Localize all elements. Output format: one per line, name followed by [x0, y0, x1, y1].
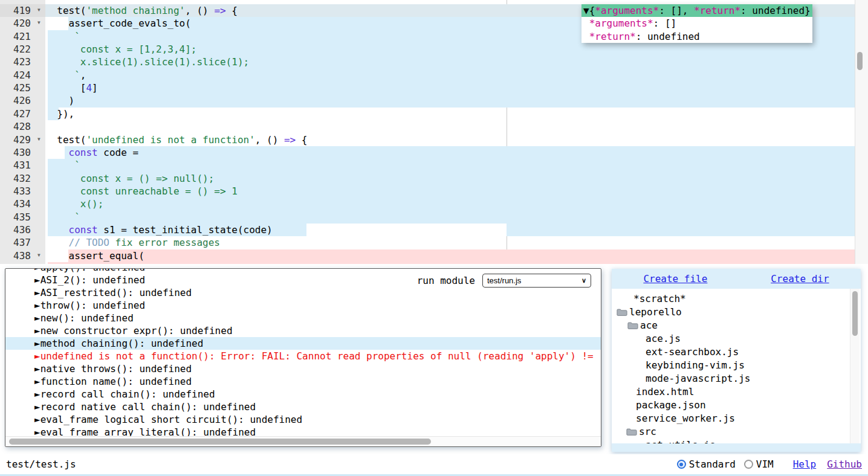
- line-number: 425: [0, 82, 45, 94]
- fold-arrow-icon[interactable]: ▾: [37, 16, 41, 29]
- console-panel[interactable]: ►apply(): undefined►ASI_2(): undefined►A…: [5, 268, 601, 447]
- console-log-item[interactable]: ►throw(): undefined: [5, 299, 601, 312]
- run-module-control: run module test/run.js ∨: [417, 274, 591, 288]
- console-hscrollbar-track[interactable]: [5, 436, 601, 446]
- code-line[interactable]: assert_equal(: [45, 249, 144, 262]
- line-number-gutter: 419▾420▾421422423424425426427428429▾4304…: [0, 0, 45, 264]
- file-tree-file[interactable]: ace.js: [612, 332, 861, 346]
- console-log-item[interactable]: ►new(): undefined: [5, 312, 601, 324]
- tooltip-row[interactable]: ▼{*arguments*: [], *return*: undefined}: [581, 4, 812, 17]
- code-line[interactable]: `,: [45, 69, 86, 82]
- file-tree-label: src: [639, 425, 656, 439]
- create-file-link[interactable]: Create file: [643, 272, 707, 286]
- code-line[interactable]: x.slice(1).slice(1).slice(1);: [45, 56, 249, 68]
- line-number: 419▾: [0, 4, 45, 17]
- file-tree-file[interactable]: ast_utils.js: [612, 439, 861, 443]
- code-line[interactable]: x();: [45, 198, 103, 210]
- line-number: 431: [0, 159, 45, 172]
- folder-icon: [627, 321, 638, 330]
- value-inspector-tooltip[interactable]: ▼{*arguments*: [], *return*: undefined} …: [581, 4, 812, 43]
- file-tree-file[interactable]: keybinding-vim.js: [612, 359, 861, 372]
- code-line[interactable]: [4]: [45, 82, 98, 94]
- editor-scrollbar-thumb[interactable]: [857, 52, 863, 70]
- console-log-item[interactable]: ►native throws(): undefined: [5, 362, 601, 375]
- console-log-item[interactable]: ►function name(): undefined: [5, 375, 601, 388]
- code-line[interactable]: s1.calltree_node_f(...): [45, 262, 214, 264]
- console-log-item[interactable]: ►method chaining(): undefined: [5, 337, 601, 350]
- editor-scrollbar-track[interactable]: [855, 0, 868, 264]
- line-number: 436: [0, 224, 45, 236]
- line-highlight: [48, 159, 855, 172]
- file-tree-label: index.html: [636, 385, 694, 399]
- code-line[interactable]: assert_code_evals_to(: [45, 17, 191, 30]
- code-line[interactable]: }),: [45, 108, 74, 120]
- line-number: 421: [0, 30, 45, 43]
- code-editor[interactable]: 419▾420▾421422423424425426427428429▾4304…: [0, 0, 868, 264]
- keybinding-option-standard[interactable]: Standard: [677, 458, 736, 470]
- file-tree-folder[interactable]: src: [612, 425, 861, 439]
- code-line[interactable]: test('undefined is not a function', () =…: [45, 133, 308, 146]
- keybinding-mode-radios: StandardVIM: [677, 458, 782, 470]
- fold-arrow-icon[interactable]: ▾: [37, 4, 41, 16]
- file-tree-label: mode-javascript.js: [646, 372, 750, 385]
- file-tree-file[interactable]: *scratch*: [612, 292, 861, 306]
- file-tree-label: ace.js: [646, 332, 681, 346]
- line-highlight: [48, 82, 855, 94]
- create-dir-link[interactable]: Create dir: [771, 272, 829, 286]
- help-link[interactable]: Help: [793, 458, 817, 470]
- fold-arrow-icon[interactable]: ▾: [37, 133, 41, 146]
- chevron-down-icon: ∨: [581, 277, 586, 285]
- file-tree-file[interactable]: index.html: [612, 385, 861, 399]
- console-hscrollbar-thumb[interactable]: [9, 439, 431, 445]
- file-tree-folder[interactable]: ace: [612, 319, 861, 332]
- code-line[interactable]: const x = () => null();: [45, 172, 214, 185]
- code-line[interactable]: `: [45, 211, 80, 224]
- code-line[interactable]: `: [45, 159, 80, 172]
- file-tree-file[interactable]: service_worker.js: [612, 412, 861, 425]
- console-log-item[interactable]: ►record native call chain(): undefined: [5, 400, 601, 413]
- fold-arrow-icon[interactable]: ▾: [37, 249, 41, 262]
- tooltip-row[interactable]: *arguments*: []: [581, 17, 812, 30]
- file-tree-panel: Create file Create dir *scratch*leporell…: [612, 269, 861, 452]
- code-line[interactable]: `: [45, 30, 80, 43]
- line-highlight: [48, 211, 855, 224]
- file-tree-file[interactable]: package.json: [612, 399, 861, 412]
- console-log-item[interactable]: ►record call chain(): undefined: [5, 388, 601, 400]
- console-log-item[interactable]: ►undefined is not a function(): Error: F…: [5, 350, 601, 362]
- code-line[interactable]: const s1 = test_initial_state(code): [45, 224, 273, 236]
- console-log-item[interactable]: ►apply(): undefined: [5, 268, 601, 274]
- github-link[interactable]: Github: [827, 458, 862, 470]
- line-number: 437: [0, 236, 45, 249]
- line-number: 439: [0, 262, 45, 264]
- file-tree-file[interactable]: mode-javascript.js: [612, 372, 861, 385]
- status-links: HelpGithub: [782, 458, 862, 470]
- code-line[interactable]: const code =: [45, 146, 138, 159]
- keybinding-option-vim[interactable]: VIM: [744, 458, 774, 470]
- console-log-item[interactable]: ►ASI_restrited(): undefined: [5, 286, 601, 299]
- line-number: 422: [0, 43, 45, 56]
- file-tree-file[interactable]: ext-searchbox.js: [612, 346, 861, 359]
- radio-unselected-icon[interactable]: [744, 460, 753, 469]
- code-line[interactable]: const unreachable = () => 1: [45, 185, 238, 198]
- console-output: ►apply(): undefined►ASI_2(): undefined►A…: [5, 268, 601, 439]
- filetree-scrollbar-thumb[interactable]: [852, 291, 858, 336]
- code-line[interactable]: test('method chaining', () => {: [45, 4, 238, 17]
- file-tree-label: ast_utils.js: [646, 439, 716, 443]
- line-number: 429▾: [0, 133, 45, 146]
- file-tree-folder[interactable]: leporello: [612, 306, 861, 319]
- tooltip-row[interactable]: *return*: undefined: [581, 30, 812, 43]
- line-number: 428: [0, 120, 45, 133]
- console-log-item[interactable]: ►eval_frame logical short circuit(): und…: [5, 413, 601, 426]
- file-tree-header: Create file Create dir: [612, 269, 861, 289]
- radio-selected-icon[interactable]: [677, 460, 686, 469]
- code-line[interactable]: const x = [1,2,3,4];: [45, 43, 196, 56]
- file-tree-label: ext-searchbox.js: [646, 346, 739, 359]
- code-line[interactable]: // TODO fix error messages: [45, 236, 220, 249]
- file-tree-label: keybinding-vim.js: [646, 359, 745, 372]
- run-module-select[interactable]: test/run.js ∨: [482, 274, 591, 288]
- line-highlight: [48, 69, 855, 82]
- code-line[interactable]: ): [45, 94, 74, 107]
- line-highlight: [68, 249, 855, 262]
- line-number: 435: [0, 211, 45, 224]
- console-log-item[interactable]: ►new constructor expr(): undefined: [5, 324, 601, 337]
